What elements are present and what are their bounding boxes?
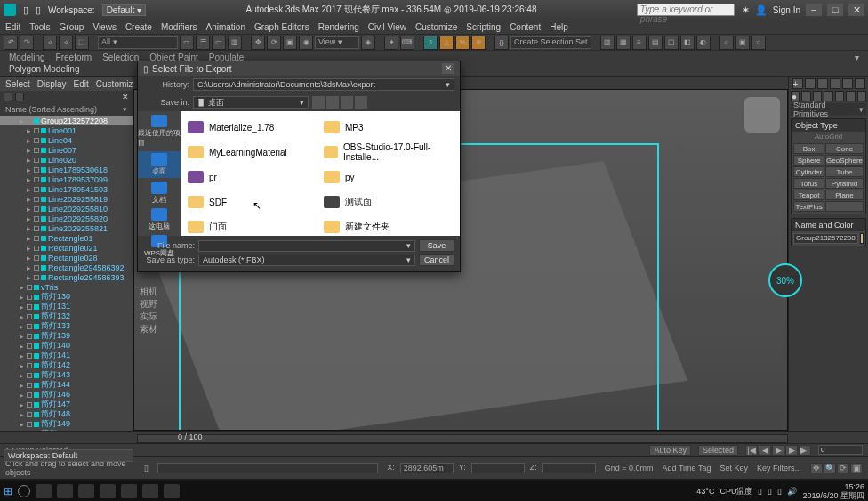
primitive-box[interactable]: Box [793, 143, 824, 154]
primitive-tube[interactable]: Tube [825, 166, 864, 177]
menu-views[interactable]: Views [92, 22, 117, 32]
primitive-torus[interactable]: Torus [793, 178, 824, 189]
taskbar-app[interactable] [100, 484, 116, 498]
mirror-button[interactable]: ▥ [600, 36, 615, 50]
scene-tree[interactable]: ▸Group2132572208▸Line001▸Line04▸Line007▸… [0, 116, 133, 431]
tree-node[interactable]: ▸Rectangle294586393 [0, 272, 133, 282]
goto-end-button[interactable]: ▶| [799, 445, 811, 456]
savein-dropdown[interactable]: ▋ 桌面▾ [193, 96, 309, 109]
file-item[interactable]: 测试面 [320, 190, 456, 214]
file-item[interactable]: 新建文件夹 [320, 214, 456, 236]
dialog-titlebar[interactable]: ▯ Select File to Export ✕ [138, 61, 460, 76]
menu-modifiers[interactable]: Modifiers [161, 22, 197, 32]
connect-icon[interactable]: ✶ [742, 4, 750, 16]
new-folder-button[interactable] [341, 96, 353, 109]
selection-filter-dropdown[interactable]: All ▾ [98, 36, 178, 49]
places-item[interactable]: 这电脑 [149, 208, 170, 231]
tree-node[interactable]: ▸Line1789537099 [0, 174, 133, 184]
tree-node[interactable]: ▸Line04 [0, 135, 133, 145]
redo-button[interactable]: ↷ [20, 36, 34, 50]
filter-icon[interactable] [4, 93, 12, 101]
modify-tab[interactable] [805, 78, 816, 89]
goto-start-button[interactable]: |◀ [745, 445, 758, 456]
select-name-button[interactable]: ☰ [196, 36, 210, 50]
menu-tools[interactable]: Tools [29, 22, 50, 32]
qat-icon[interactable]: ▯ [23, 4, 28, 16]
primitive-cylinder[interactable]: Cylinder [793, 166, 824, 177]
play-button[interactable]: ▶ [772, 445, 784, 456]
tray-icon[interactable]: 🔊 [787, 487, 797, 496]
menu-graph-editors[interactable]: Graph Editors [254, 22, 309, 32]
save-button[interactable]: Save [419, 239, 454, 252]
close-panel-icon[interactable]: ✕ [122, 93, 129, 101]
file-item[interactable]: Materialize_1.78 [184, 115, 320, 140]
maxscript-listener[interactable] [157, 463, 378, 473]
current-frame-input[interactable]: 0 [818, 445, 863, 455]
primitive-plane[interactable]: Plane [825, 190, 864, 200]
y-input[interactable] [471, 463, 525, 473]
file-item[interactable]: 门面 [184, 214, 320, 236]
maximize-button[interactable]: □ [827, 4, 843, 16]
undo-button[interactable]: ↶ [4, 36, 18, 50]
orbit-button[interactable]: ⟳ [837, 463, 849, 473]
align-button[interactable]: ▦ [616, 36, 631, 50]
window-crossing-button[interactable]: ▥ [228, 36, 242, 50]
z-input[interactable] [542, 463, 596, 473]
layers-button[interactable]: ≡ [632, 36, 647, 50]
zoom-button[interactable]: 🔍 [824, 463, 836, 473]
filename-input[interactable]: ▾ [198, 240, 415, 252]
bind-button[interactable]: ⬚ [75, 36, 89, 50]
scene-menu-display[interactable]: Display [37, 79, 67, 89]
signin-link[interactable]: Sign In [773, 5, 800, 15]
pivot-button[interactable]: ◈ [361, 36, 375, 50]
tree-node[interactable]: ▸Rectangle028 [0, 253, 133, 263]
tree-node[interactable]: ▸Line2029255821 [0, 223, 133, 233]
tree-node[interactable]: ▸Line1789541503 [0, 184, 133, 194]
view-menu-button[interactable] [355, 96, 367, 109]
tree-node[interactable]: ▸Line1789530618 [0, 165, 133, 174]
menu-rendering[interactable]: Rendering [318, 22, 359, 32]
app-icon[interactable] [4, 4, 16, 16]
set-key-button[interactable]: Set Key [719, 464, 748, 473]
select-button[interactable]: ▭ [180, 36, 194, 50]
menu-content[interactable]: Content [510, 22, 541, 32]
dialog-close-button[interactable]: ✕ [442, 63, 454, 74]
menu-group[interactable]: Group [60, 22, 84, 32]
scene-column-header[interactable]: Name (Sorted Ascending)▾ [0, 103, 133, 116]
utilities-tab[interactable] [855, 78, 865, 89]
up-button[interactable] [326, 96, 339, 109]
selected-filter[interactable]: Selected [698, 445, 738, 456]
places-item[interactable]: 文档 [151, 182, 167, 205]
render-setup-button[interactable]: ☼ [719, 36, 734, 50]
toggle-ribbon-button[interactable]: ▤ [648, 36, 663, 50]
object-name-input[interactable]: Group2132572208 [793, 233, 858, 244]
primitive-geosphere[interactable]: GeoSphere [825, 155, 864, 166]
display-tab[interactable] [842, 78, 853, 89]
taskbar-app[interactable] [78, 484, 94, 498]
schematic-button[interactable]: ◧ [680, 36, 695, 50]
material-editor-button[interactable]: ◐ [696, 36, 711, 50]
tree-node[interactable]: ▸Rectangle01 [0, 233, 133, 243]
primitive-cone[interactable]: Cone [825, 143, 864, 154]
x-input[interactable]: 2892.605m [400, 463, 454, 473]
cancel-button[interactable]: Cancel [419, 254, 454, 266]
render-button[interactable]: ☼ [751, 36, 766, 50]
autogrid-checkbox[interactable]: AutoGrid [792, 132, 865, 141]
back-button[interactable] [312, 96, 325, 109]
add-time-tag-button[interactable]: Add Time Tag [663, 464, 711, 473]
render-frame-button[interactable]: ▣ [735, 36, 750, 50]
task-view-button[interactable] [36, 484, 52, 498]
ribbon-tab-selection[interactable]: Selection [102, 53, 139, 62]
maxscript-icon[interactable]: ▯ [144, 464, 149, 473]
file-list[interactable]: Materialize_1.78MP3MyLearningMaterialOBS… [181, 111, 460, 236]
view-cube[interactable] [744, 97, 780, 133]
place-button[interactable]: ◉ [299, 36, 313, 50]
create-tab[interactable]: + [792, 78, 803, 89]
close-button[interactable]: ✕ [848, 4, 864, 16]
tray-icon[interactable]: ▯ [777, 487, 782, 496]
tray-icon[interactable]: ▯ [768, 487, 772, 496]
primitive-pyramid[interactable]: Pyramid [825, 178, 864, 189]
menu-civil-view[interactable]: Civil View [368, 22, 406, 32]
file-item[interactable]: OBS-Studio-17.0-Full-Installe... [320, 140, 456, 165]
tree-node[interactable]: ▸Group2132572208 [0, 116, 133, 125]
